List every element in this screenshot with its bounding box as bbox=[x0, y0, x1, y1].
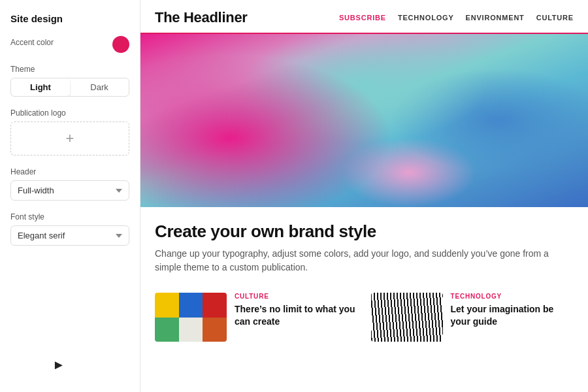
art-cell-1 bbox=[155, 293, 179, 318]
theme-toggle: Light Dark bbox=[10, 78, 129, 97]
preview-panel: The Headliner SUBSCRIBE TECHNOLOGY ENVIR… bbox=[140, 0, 588, 392]
preview-site-title: The Headliner bbox=[155, 9, 248, 26]
font-style-select[interactable]: Elegant serif Modern sans Classic bbox=[10, 225, 129, 246]
content-section: Create your own brand style Change up yo… bbox=[140, 207, 588, 285]
card-2-art bbox=[371, 293, 443, 342]
left-panel: Site design Accent color Theme Light Dar… bbox=[0, 0, 140, 392]
nav-technology[interactable]: TECHNOLOGY bbox=[398, 14, 454, 22]
card-2-category: TECHNOLOGY bbox=[451, 293, 574, 300]
theme-label: Theme bbox=[10, 65, 129, 74]
upload-plus-icon: + bbox=[66, 130, 74, 147]
theme-group: Theme Light Dark bbox=[10, 65, 129, 97]
publication-logo-label: Publication logo bbox=[10, 108, 129, 118]
header-group: Header Full-width Centered Minimal bbox=[10, 167, 129, 201]
card-1-category: CULTURE bbox=[235, 293, 358, 300]
nav-environment[interactable]: ENVIRONMENT bbox=[466, 14, 525, 22]
font-style-group: Font style Elegant serif Modern sans Cla… bbox=[10, 212, 129, 246]
art-cell-3 bbox=[203, 293, 227, 318]
card-1-title: There’s no limit to what you can create bbox=[235, 303, 358, 328]
panel-title: Site design bbox=[10, 13, 129, 24]
card-2-text: TECHNOLOGY Let your imagination be your … bbox=[451, 293, 574, 328]
publication-logo-group: Publication logo + bbox=[10, 108, 129, 155]
card-1-art bbox=[155, 293, 227, 342]
hero-image-inner bbox=[140, 34, 588, 207]
art-cell-2 bbox=[179, 293, 203, 318]
card-2-title: Let your imagination be your guide bbox=[451, 303, 574, 328]
cards-row: CULTURE There’s no limit to what you can… bbox=[140, 285, 588, 352]
hero-image bbox=[140, 34, 588, 207]
main-description: Change up your typography, adjust some c… bbox=[155, 247, 574, 274]
accent-color-picker[interactable] bbox=[112, 36, 129, 53]
accent-color-label: Accent color bbox=[10, 38, 54, 47]
theme-dark-button[interactable]: Dark bbox=[70, 78, 129, 96]
card-2: TECHNOLOGY Let your imagination be your … bbox=[371, 293, 574, 342]
header-label: Header bbox=[10, 167, 129, 176]
art-cell-4 bbox=[155, 318, 179, 342]
theme-light-button[interactable]: Light bbox=[11, 78, 70, 96]
nav-culture[interactable]: CULTURE bbox=[536, 14, 574, 22]
font-style-label: Font style bbox=[10, 212, 129, 221]
card-1: CULTURE There’s no limit to what you can… bbox=[155, 293, 358, 342]
cursor-icon: ► bbox=[52, 357, 65, 372]
art-cell-6 bbox=[203, 318, 227, 342]
card-2-image bbox=[371, 293, 443, 342]
preview-header: The Headliner SUBSCRIBE TECHNOLOGY ENVIR… bbox=[140, 0, 588, 34]
logo-upload-area[interactable]: + bbox=[10, 122, 129, 155]
nav-subscribe[interactable]: SUBSCRIBE bbox=[339, 14, 386, 22]
main-headline: Create your own brand style bbox=[155, 221, 574, 242]
preview-nav: SUBSCRIBE TECHNOLOGY ENVIRONMENT CULTURE bbox=[339, 14, 574, 22]
card-1-image bbox=[155, 293, 227, 342]
card-1-text: CULTURE There’s no limit to what you can… bbox=[235, 293, 358, 328]
header-select[interactable]: Full-width Centered Minimal bbox=[10, 180, 129, 201]
art-cell-5 bbox=[179, 318, 203, 342]
accent-color-group: Accent color bbox=[10, 36, 129, 53]
